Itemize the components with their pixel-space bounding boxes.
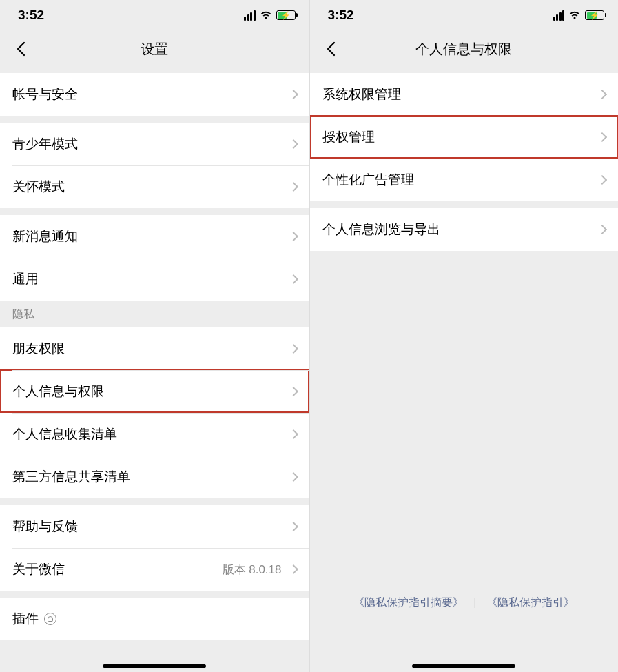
chevron-right-icon <box>288 387 298 396</box>
chevron-right-icon <box>288 274 298 284</box>
row-label: 第三方信息共享清单 <box>12 468 286 486</box>
wifi-icon <box>568 10 581 20</box>
status-bar: 3:52 ⚡ <box>310 0 619 30</box>
separator: | <box>473 596 476 608</box>
chevron-right-icon <box>597 175 607 185</box>
settings-screen: 3:52 ⚡ 设置 帐号与安全 青少年模式 关怀模式 <box>0 0 309 672</box>
row-general[interactable]: 通用 <box>0 258 309 301</box>
row-personal-info-permissions[interactable]: 个人信息与权限 <box>0 370 309 413</box>
row-label: 个人信息与权限 <box>12 383 286 400</box>
chevron-right-icon <box>288 139 298 149</box>
row-account-security[interactable]: 帐号与安全 <box>0 73 309 116</box>
row-about-wechat[interactable]: 关于微信 版本 8.0.18 <box>0 548 309 591</box>
row-label: 关怀模式 <box>12 178 286 196</box>
chevron-right-icon <box>288 90 298 99</box>
row-info-collection-list[interactable]: 个人信息收集清单 <box>0 413 309 456</box>
lightbulb-icon <box>44 613 56 625</box>
chevron-right-icon <box>288 522 298 531</box>
row-notifications[interactable]: 新消息通知 <box>0 215 309 258</box>
row-personalized-ads[interactable]: 个性化广告管理 <box>310 159 619 201</box>
row-third-party-sharing[interactable]: 第三方信息共享清单 <box>0 456 309 498</box>
chevron-right-icon <box>597 90 607 99</box>
chevron-right-icon <box>288 182 298 192</box>
chevron-right-icon <box>288 564 298 574</box>
home-indicator[interactable] <box>103 664 206 668</box>
row-friend-permissions[interactable]: 朋友权限 <box>0 327 309 370</box>
privacy-guide-link[interactable]: 《隐私保护指引》 <box>486 596 575 608</box>
row-label: 个人信息浏览与导出 <box>322 221 595 238</box>
status-indicators: ⚡ <box>244 10 296 21</box>
row-label: 青少年模式 <box>12 135 286 153</box>
row-browse-export-info[interactable]: 个人信息浏览与导出 <box>310 208 619 251</box>
row-label: 帮助与反馈 <box>12 518 286 536</box>
section-header-privacy: 隐私 <box>0 301 309 327</box>
row-teen-mode[interactable]: 青少年模式 <box>0 123 309 165</box>
chevron-right-icon <box>597 132 607 142</box>
row-authorization-management[interactable]: 授权管理 <box>310 116 619 159</box>
chevron-right-icon <box>288 472 298 482</box>
row-label: 系统权限管理 <box>322 85 595 103</box>
back-button[interactable] <box>318 37 343 61</box>
row-label: 授权管理 <box>322 128 595 146</box>
back-button[interactable] <box>8 37 33 61</box>
cellular-icon <box>244 10 256 21</box>
page-title: 个人信息与权限 <box>310 40 619 59</box>
chevron-right-icon <box>288 232 298 241</box>
row-help-feedback[interactable]: 帮助与反馈 <box>0 505 309 548</box>
page-title: 设置 <box>0 40 309 59</box>
nav-bar: 个人信息与权限 <box>310 30 619 68</box>
privacy-summary-link[interactable]: 《隐私保护指引摘要》 <box>353 596 464 608</box>
row-label: 帐号与安全 <box>12 85 286 103</box>
chevron-right-icon <box>597 225 607 234</box>
chevron-right-icon <box>288 429 298 439</box>
row-label: 通用 <box>12 270 286 288</box>
row-care-mode[interactable]: 关怀模式 <box>0 165 309 208</box>
row-label: 新消息通知 <box>12 227 286 245</box>
row-label: 个人信息收集清单 <box>12 425 286 443</box>
status-indicators: ⚡ <box>553 10 605 21</box>
row-label: 朋友权限 <box>12 340 286 358</box>
chevron-right-icon <box>288 344 298 354</box>
status-bar: 3:52 ⚡ <box>0 0 309 30</box>
personal-info-screen: 3:52 ⚡ 个人信息与权限 系统权限管理 授权管理 个性化广告管理 <box>309 0 619 672</box>
cellular-icon <box>553 10 565 21</box>
wifi-icon <box>260 10 272 20</box>
nav-bar: 设置 <box>0 30 309 68</box>
row-label: 个性化广告管理 <box>322 171 595 189</box>
home-indicator[interactable] <box>412 664 515 668</box>
status-time: 3:52 <box>328 8 354 23</box>
battery-icon: ⚡ <box>585 10 604 20</box>
footer-links: 《隐私保护指引摘要》 | 《隐私保护指引》 <box>310 595 619 610</box>
row-system-permissions[interactable]: 系统权限管理 <box>310 73 619 116</box>
version-text: 版本 8.0.18 <box>223 562 282 578</box>
status-time: 3:52 <box>18 8 44 23</box>
row-plugins[interactable]: 插件 <box>0 598 309 640</box>
row-label: 插件 <box>12 610 39 628</box>
row-label: 关于微信 <box>12 560 223 578</box>
battery-icon: ⚡ <box>276 10 296 20</box>
